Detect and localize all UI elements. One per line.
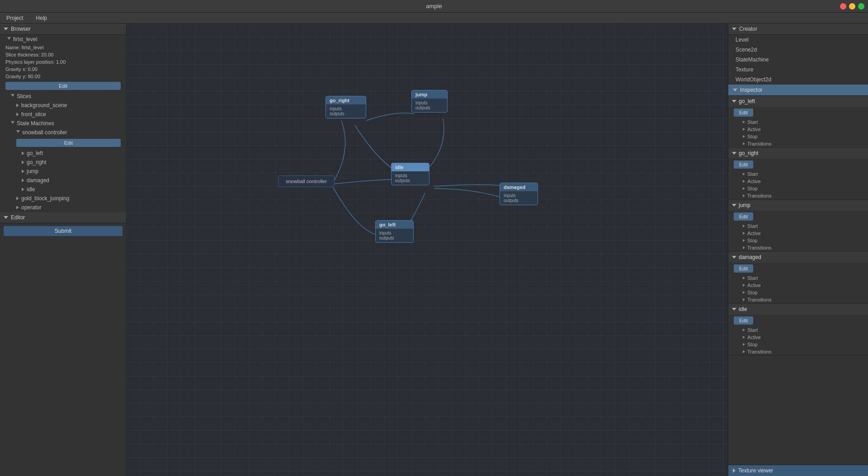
inspector-go-right-edit-button[interactable]: Edit xyxy=(734,160,753,169)
damaged-tree-item[interactable]: damaged xyxy=(0,176,126,185)
creator-worldobject2d[interactable]: WorldObject2d xyxy=(728,75,868,85)
go-right-active-item[interactable]: Active xyxy=(728,178,868,185)
prop-name: Name: firlst_level xyxy=(0,44,126,51)
jump-active-label: Active xyxy=(747,231,761,236)
inspector-label: Inspector xyxy=(740,87,762,93)
inspector-idle-edit-button[interactable]: Edit xyxy=(734,316,753,325)
creator-texture[interactable]: Texture xyxy=(728,65,868,75)
canvas-area[interactable]: snowball controller go_right inputs outp… xyxy=(127,24,728,476)
snowball-controller-label: snowball controller xyxy=(22,129,67,136)
inspector-idle-label: idle xyxy=(739,306,747,312)
damaged-active-label: Active xyxy=(747,283,761,288)
go-left-stop-item[interactable]: Stop xyxy=(728,133,868,140)
menubar: Project Help xyxy=(0,13,868,24)
snowball-controller-node[interactable]: snowball controller xyxy=(278,175,335,187)
state-machines-tree-item[interactable]: State Machines xyxy=(0,119,126,128)
submit-button[interactable]: Submit xyxy=(4,226,123,236)
jump-active-item[interactable]: Active xyxy=(728,230,868,237)
inspector-header[interactable]: Inspector xyxy=(728,85,868,96)
go-left-outputs: outputs xyxy=(379,236,410,240)
jump-start-item[interactable]: Start xyxy=(728,222,868,230)
go-left-start-icon xyxy=(743,121,745,123)
inspector-group-go-left: go_left Edit Start Active Stop Transitio… xyxy=(728,96,868,148)
go-right-start-item[interactable]: Start xyxy=(728,170,868,178)
jump-transitions-item[interactable]: Transitions xyxy=(728,244,868,251)
damaged-active-item[interactable]: Active xyxy=(728,282,868,289)
operator-tree-item[interactable]: operator xyxy=(0,203,126,212)
go-right-transitions-label: Transitions xyxy=(747,193,771,198)
creator-section-header[interactable]: Creator xyxy=(728,24,868,35)
texture-viewer-header[interactable]: Texture viewer xyxy=(728,465,868,476)
damaged-node[interactable]: damaged inputs outputs xyxy=(500,183,538,205)
inspector-idle-header[interactable]: idle xyxy=(728,304,868,315)
browser-arrow-icon xyxy=(4,28,8,30)
level-tree-item[interactable]: firlst_level xyxy=(0,35,126,44)
browser-label: Browser xyxy=(11,26,31,32)
go-left-transitions-item[interactable]: Transitions xyxy=(728,140,868,147)
go-left-stop-label: Stop xyxy=(747,134,758,139)
inspector-jump-header[interactable]: jump xyxy=(728,200,868,211)
snowball-controller-arrow-icon xyxy=(16,130,20,135)
idle-tree-item[interactable]: idle xyxy=(0,185,126,194)
damaged-stop-icon xyxy=(743,291,745,294)
go-right-node[interactable]: go_right inputs outputs xyxy=(326,96,366,118)
idle-inputs: inputs xyxy=(395,173,425,178)
creator-scene2d[interactable]: Scene2d xyxy=(728,45,868,55)
creator-level[interactable]: Level xyxy=(728,35,868,45)
prop-gravity-x: Gravity x: 0.00 xyxy=(0,66,126,73)
go-right-transitions-item[interactable]: Transitions xyxy=(728,192,868,199)
jump-stop-item[interactable]: Stop xyxy=(728,237,868,244)
close-button[interactable] xyxy=(840,3,846,9)
go-left-label: go_left xyxy=(27,150,43,156)
background-scene-item[interactable]: background_scene xyxy=(0,101,126,110)
go-left-active-item[interactable]: Active xyxy=(728,126,868,133)
idle-stop-item[interactable]: Stop xyxy=(728,341,868,348)
browser-section-header[interactable]: Browser xyxy=(0,24,126,35)
slices-arrow-icon xyxy=(11,94,14,99)
go-left-tree-item[interactable]: go_left xyxy=(0,149,126,158)
damaged-stop-item[interactable]: Stop xyxy=(728,289,868,296)
minimize-button[interactable] xyxy=(849,3,855,9)
idle-start-icon xyxy=(743,329,745,331)
go-left-start-item[interactable]: Start xyxy=(728,118,868,126)
go-right-tree-item[interactable]: go_right xyxy=(0,158,126,167)
inspector-go-left-header[interactable]: go_left xyxy=(728,96,868,107)
inspector-go-right-header[interactable]: go_right xyxy=(728,148,868,159)
slices-tree-item[interactable]: Slices xyxy=(0,92,126,101)
idle-transitions-item[interactable]: Transitions xyxy=(728,348,868,355)
idle-node[interactable]: idle inputs outputs xyxy=(391,163,429,185)
creator-label: Creator xyxy=(739,26,757,32)
damaged-start-item[interactable]: Start xyxy=(728,274,868,282)
operator-arrow-icon xyxy=(16,206,19,209)
idle-active-item[interactable]: Active xyxy=(728,334,868,341)
go-right-transitions-icon xyxy=(743,194,745,197)
gold-block-tree-item[interactable]: gold_block_jumping xyxy=(0,194,126,203)
snowball-controller-tree-item[interactable]: snowball controller xyxy=(0,128,126,137)
editor-section-header[interactable]: Editor xyxy=(0,212,126,223)
menu-project[interactable]: Project xyxy=(4,14,26,22)
snowball-controller-node-label: snowball controller xyxy=(286,179,327,184)
creator-statemachine[interactable]: StateMachine xyxy=(728,55,868,65)
snowball-edit-button[interactable]: Edit xyxy=(16,139,121,147)
jump-node[interactable]: jump inputs outputs xyxy=(411,90,448,113)
go-left-node[interactable]: go_left inputs outputs xyxy=(375,220,414,243)
level-edit-button[interactable]: Edit xyxy=(5,82,121,90)
damaged-start-label: Start xyxy=(747,275,758,281)
front-slice-item[interactable]: front_slice xyxy=(0,110,126,119)
jump-node-title: jump xyxy=(412,90,447,99)
maximize-button[interactable] xyxy=(858,3,864,9)
go-right-label: go_right xyxy=(27,159,46,165)
left-sidebar: Browser firlst_level Name: firlst_level … xyxy=(0,24,127,476)
menu-help[interactable]: Help xyxy=(33,14,50,22)
idle-stop-label: Stop xyxy=(747,342,758,347)
inspector-jump-edit-button[interactable]: Edit xyxy=(734,212,753,221)
idle-start-item[interactable]: Start xyxy=(728,326,868,334)
inspector-damaged-edit-button[interactable]: Edit xyxy=(734,264,753,273)
go-right-stop-item[interactable]: Stop xyxy=(728,185,868,192)
inspector-go-left-edit-button[interactable]: Edit xyxy=(734,108,753,117)
damaged-transitions-item[interactable]: Transitions xyxy=(728,296,868,303)
front-slice-arrow-icon xyxy=(16,113,19,116)
inspector-damaged-header[interactable]: damaged xyxy=(728,252,868,263)
jump-tree-item[interactable]: jump xyxy=(0,167,126,176)
inspector-arrow-icon xyxy=(733,89,737,91)
